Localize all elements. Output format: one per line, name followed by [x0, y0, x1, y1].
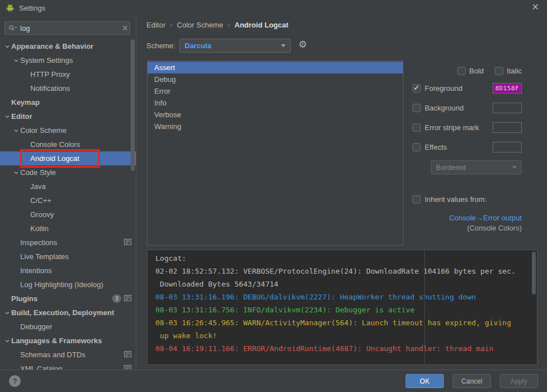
inherit-checkbox[interactable] [412, 195, 421, 204]
sidebar-item-console-colors[interactable]: Console Colors [0, 137, 136, 151]
chevron-down-icon[interactable] [3, 114, 11, 119]
error-stripe-row: Error stripe mark [412, 122, 522, 133]
preview-scrollbar[interactable] [532, 252, 536, 294]
chevron-down-icon[interactable] [12, 170, 20, 176]
sidebar-item-code-style[interactable]: Code Style [0, 165, 136, 179]
scheme-value: Darcula [185, 41, 212, 50]
help-icon[interactable]: ? [9, 375, 21, 387]
error-stripe-label: Error stripe mark [425, 123, 479, 132]
breadcrumb-item-color-scheme[interactable]: Color Scheme [177, 21, 223, 29]
foreground-row: Foreground 8D158F [412, 83, 522, 94]
sidebar-item-label: Live Templates [20, 252, 68, 261]
sidebar-scrollbar[interactable] [131, 39, 135, 171]
sidebar-item-label: Log Highlighting (Ideolog) [20, 280, 103, 289]
sidebar-item-android-logcat[interactable]: Android Logcat [0, 151, 136, 165]
italic-checkbox[interactable] [495, 67, 503, 75]
sidebar-item-label: Appearance & Behavior [11, 42, 94, 50]
sidebar-item-xml-catalog[interactable]: XML Catalog [0, 362, 136, 370]
sidebar-item-kotlin[interactable]: Kotlin [0, 222, 136, 236]
inherit-label: Inherit values from: [425, 195, 487, 204]
chevron-down-icon[interactable] [12, 128, 20, 133]
foreground-label: Foreground [425, 84, 462, 93]
sidebar-item-live-templates[interactable]: Live Templates [0, 250, 136, 264]
apply-button[interactable]: Apply [500, 374, 538, 388]
clear-search-icon[interactable]: ✕ [122, 24, 128, 33]
sidebar-item-label: Java [30, 182, 45, 191]
sidebar-item-languages-frameworks[interactable]: Languages & Frameworks [0, 334, 136, 348]
ok-button[interactable]: OK [406, 374, 444, 388]
chevron-down-icon[interactable] [3, 338, 11, 344]
error-stripe-color-field[interactable] [493, 122, 522, 133]
error-stripe-checkbox[interactable] [412, 123, 421, 132]
count-badge: 3 [112, 294, 121, 303]
effects-style-select[interactable]: Bordered [431, 160, 522, 174]
sidebar-item-system-settings[interactable]: System Settings [0, 53, 136, 67]
token-list: AssertDebugErrorInfoVerboseWarning [147, 61, 403, 246]
sidebar-item-editor[interactable]: Editor [0, 109, 136, 123]
sidebar-item-label: Color Scheme [20, 126, 66, 135]
gear-icon[interactable]: ⚙ [298, 40, 307, 49]
sidebar-item-label: System Settings [20, 56, 73, 64]
window-title: Settings [19, 4, 45, 12]
sidebar-item-keymap[interactable]: Keymap [0, 95, 136, 109]
logcat-line: 08-03 13:31:16.756: INFO/dalvikvm(2234):… [155, 303, 537, 316]
sidebar-item-label: Plugins [11, 294, 38, 303]
token-item-assert[interactable]: Assert [148, 62, 403, 73]
chevron-down-icon[interactable] [3, 44, 11, 49]
breadcrumb: Editor › Color Scheme › Android Logcat [146, 21, 288, 29]
sidebar-item-label: XML Catalog [20, 365, 62, 370]
page-icon [124, 294, 131, 303]
token-item-error[interactable]: Error [148, 85, 403, 97]
search-icon [8, 25, 17, 31]
token-item-warning[interactable]: Warning [148, 121, 403, 132]
chevron-down-icon[interactable] [12, 58, 20, 63]
background-color-field[interactable] [493, 103, 522, 113]
effects-color-field[interactable] [493, 142, 522, 153]
background-label: Background [425, 104, 463, 112]
sidebar-item-label: C/C++ [30, 196, 52, 205]
sidebar-item-debugger[interactable]: Debugger [0, 320, 136, 334]
sidebar-item-appearance-behavior[interactable]: Appearance & Behavior [0, 39, 136, 53]
bold-checkbox[interactable] [457, 67, 466, 75]
sidebar-item-log-highlighting-ideolog[interactable]: Log Highlighting (Ideolog) [0, 278, 136, 292]
sidebar-item-label: Editor [11, 112, 33, 121]
background-checkbox[interactable] [412, 104, 421, 112]
sidebar-item-label: Console Colors [30, 140, 80, 149]
sidebar-item-label: Inspections [20, 238, 57, 247]
token-item-info[interactable]: Info [148, 97, 403, 109]
sidebar-item-inspections[interactable]: Inspections [0, 236, 136, 250]
sidebar-item-plugins[interactable]: Plugins3 [0, 292, 136, 306]
sidebar-item-c-c[interactable]: C/C++ [0, 193, 136, 207]
token-item-verbose[interactable]: Verbose [148, 109, 403, 121]
logcat-line: 08-04 16:19:11.166: ERROR/AndroidRuntime… [155, 342, 537, 355]
token-item-debug[interactable]: Debug [148, 73, 403, 85]
sidebar-item-label: Groovy [30, 210, 54, 219]
close-icon[interactable]: ✕ [532, 3, 539, 12]
sidebar-item-http-proxy[interactable]: HTTP Proxy [0, 67, 136, 81]
sidebar-item-notifications[interactable]: Notifications [0, 81, 136, 95]
foreground-checkbox[interactable] [412, 84, 421, 93]
scheme-select[interactable]: Darcula [180, 39, 291, 53]
sidebar-item-schemas-and-dtds[interactable]: Schemas and DTDs [0, 348, 136, 362]
breadcrumb-separator: › [228, 21, 230, 29]
sidebar-item-java[interactable]: Java [0, 179, 136, 193]
page-icon [124, 351, 131, 359]
bold-label: Bold [469, 67, 484, 75]
sidebar-item-build-execution-deployment[interactable]: Build, Execution, Deployment [0, 306, 136, 320]
cancel-button[interactable]: Cancel [453, 374, 491, 388]
chevron-down-icon[interactable] [3, 310, 11, 316]
sidebar-item-color-scheme[interactable]: Color Scheme [0, 123, 136, 137]
foreground-color-field[interactable]: 8D158F [493, 83, 522, 94]
effects-checkbox[interactable] [412, 143, 421, 151]
inherit-source-sub: (Console Colors) [467, 224, 522, 232]
sidebar-item-intentions[interactable]: Intentions [0, 264, 136, 278]
page-icon [124, 365, 131, 370]
settings-window: Settings ✕ ✕ Appearance & BehaviorSystem… [0, 0, 547, 392]
android-icon [6, 3, 15, 12]
inherit-source-link[interactable]: Console→Error output [449, 214, 522, 222]
search-input[interactable] [20, 24, 119, 33]
logcat-line: Downloaded Bytes 5643/34714 [155, 278, 537, 290]
italic-label: Italic [507, 67, 522, 75]
sidebar-item-groovy[interactable]: Groovy [0, 207, 136, 222]
breadcrumb-item-editor[interactable]: Editor [146, 21, 166, 29]
